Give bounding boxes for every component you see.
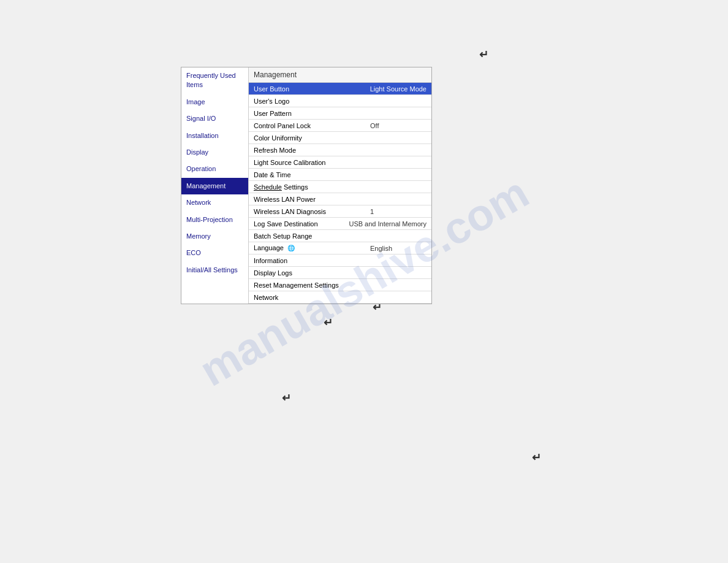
content-row-users-logo: User's Logo (249, 95, 431, 107)
return-arrow-arrow4: ↵ (282, 391, 291, 405)
globe-icon: 🌐 (287, 245, 295, 252)
row-label-schedule-settings: Schedule Settings (254, 183, 427, 191)
row-label-language: Language 🌐 (254, 244, 365, 252)
sidebar-item-initial-all-settings[interactable]: Initial/All Settings (181, 262, 248, 278)
sidebar-item-memory[interactable]: Memory (181, 228, 248, 245)
row-label-batch-setup-range: Batch Setup Range (254, 232, 427, 240)
row-label-users-logo: User's Logo (254, 98, 427, 105)
content-row-network-partial: Network (249, 291, 431, 304)
sidebar-item-display[interactable]: Display (181, 144, 248, 161)
content-row-color-uniformity: Color Uniformity (249, 132, 431, 144)
content-row-user-pattern: User Pattern (249, 107, 431, 120)
return-arrow-arrow1: ↵ (479, 48, 488, 61)
row-label-user-pattern: User Pattern (254, 110, 427, 117)
row-value-user-button: Light Source Mode (365, 85, 427, 93)
content-row-wireless-lan-power: Wireless LAN Power (249, 193, 431, 205)
content-row-batch-setup-range: Batch Setup Range (249, 230, 431, 242)
row-label-log-save-destination: Log Save Destination (254, 220, 344, 228)
row-value-control-panel-lock: Off (365, 122, 427, 129)
content-row-schedule-settings: Schedule Settings (249, 181, 431, 193)
sidebar: Frequently Used ItemsImageSignal I/OInst… (181, 67, 249, 304)
content-row-log-save-destination: Log Save DestinationUSB and Internal Mem… (249, 218, 431, 230)
content-header: Management (249, 67, 431, 83)
sidebar-item-frequently-used[interactable]: Frequently Used Items (181, 67, 248, 94)
sidebar-item-installation[interactable]: Installation (181, 128, 248, 144)
row-label-reset-management-settings: Reset Management Settings (254, 282, 427, 289)
sidebar-item-signal-io[interactable]: Signal I/O (181, 110, 248, 127)
content-row-reset-management-settings: Reset Management Settings (249, 279, 431, 291)
content-row-light-source-calibration: Light Source Calibration (249, 156, 431, 169)
row-label-date-time: Date & Time (254, 171, 427, 178)
row-value-log-save-destination: USB and Internal Memory (344, 220, 427, 228)
return-arrow-arrow5: ↵ (532, 451, 541, 464)
content-row-wireless-lan-diagnosis: Wireless LAN Diagnosis1 (249, 205, 431, 218)
row-label-wireless-lan-diagnosis: Wireless LAN Diagnosis (254, 208, 365, 215)
content-row-language: Language 🌐English (249, 242, 431, 255)
row-label-network-partial: Network (254, 294, 427, 301)
row-label-color-uniformity: Color Uniformity (254, 134, 427, 142)
main-ui-panel: Frequently Used ItemsImageSignal I/OInst… (181, 67, 432, 304)
sidebar-item-image[interactable]: Image (181, 94, 248, 110)
content-row-display-logs: Display Logs (249, 267, 431, 279)
content-row-refresh-mode: Refresh Mode (249, 144, 431, 156)
return-arrow-arrow3: ↵ (324, 316, 333, 329)
sidebar-item-multi-projection[interactable]: Multi-Projection (181, 212, 248, 228)
sidebar-item-operation[interactable]: Operation (181, 161, 248, 177)
row-label-display-logs: Display Logs (254, 269, 427, 277)
content-row-control-panel-lock: Control Panel LockOff (249, 120, 431, 132)
row-label-control-panel-lock: Control Panel Lock (254, 122, 365, 129)
row-label-refresh-mode: Refresh Mode (254, 147, 427, 154)
sidebar-item-management[interactable]: Management (181, 178, 248, 194)
content-row-user-button[interactable]: User ButtonLight Source Mode (249, 83, 431, 95)
row-value-wireless-lan-diagnosis: 1 (365, 208, 427, 215)
row-label-wireless-lan-power: Wireless LAN Power (254, 196, 427, 203)
content-row-date-time: Date & Time (249, 169, 431, 181)
row-label-light-source-calibration: Light Source Calibration (254, 159, 427, 166)
sidebar-item-eco[interactable]: ECO (181, 245, 248, 261)
row-label-user-button: User Button (254, 85, 365, 93)
row-label-information: Information (254, 257, 427, 264)
content-row-information: Information (249, 255, 431, 267)
content-panel: Management User ButtonLight Source ModeU… (249, 67, 431, 304)
sidebar-item-network[interactable]: Network (181, 194, 248, 211)
row-value-language: English (365, 245, 427, 252)
